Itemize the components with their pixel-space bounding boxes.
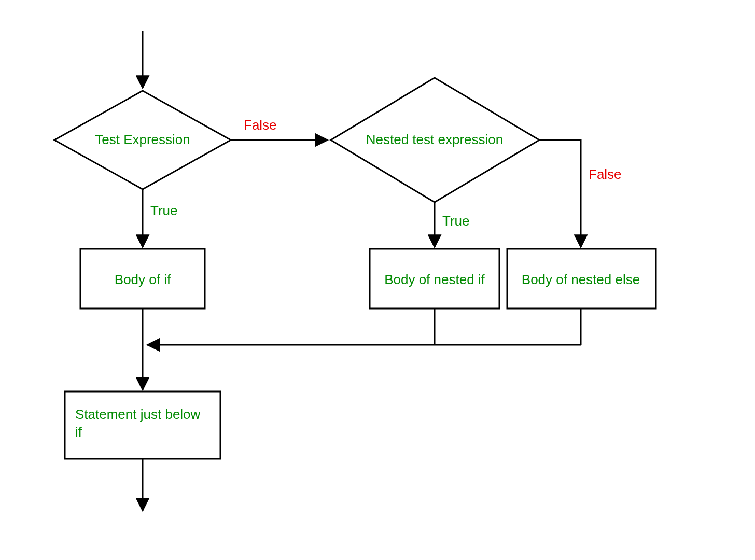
label-false-1: False (244, 117, 277, 133)
box-statement-just-below-if: Statement just below if (65, 391, 220, 459)
decision-nested-test-expression: Nested test expression (331, 78, 539, 202)
box-body-of-nested-else-label: Body of nested else (522, 272, 640, 287)
box-body-of-nested-else: Body of nested else (507, 249, 656, 309)
arrow-decision1-false: False (231, 117, 328, 140)
decision-nested-test-expression-label: Nested test expression (366, 132, 503, 147)
decision-test-expression-label: Test Expression (95, 132, 190, 147)
flowchart-svg: Test Expression False Nested test expres… (0, 0, 755, 560)
box-statement-just-below-if-label-line1: Statement just below (75, 407, 201, 422)
arrow-decision2-false: False (539, 140, 622, 247)
decision-test-expression: Test Expression (54, 91, 231, 189)
box-body-of-if-label: Body of if (115, 272, 171, 287)
box-body-of-nested-if: Body of nested if (370, 249, 499, 309)
arrow-decision2-true: True (435, 202, 470, 247)
box-body-of-nested-if-label: Body of nested if (384, 272, 485, 287)
label-false-2: False (589, 166, 622, 182)
label-true-2: True (442, 213, 470, 229)
box-statement-just-below-if-label-line2: if (75, 424, 82, 440)
box-body-of-if: Body of if (80, 249, 205, 309)
arrow-decision1-true: True (143, 189, 178, 247)
svg-rect-14 (65, 391, 220, 459)
label-true-1: True (150, 203, 178, 218)
merge-connectors (143, 309, 581, 345)
